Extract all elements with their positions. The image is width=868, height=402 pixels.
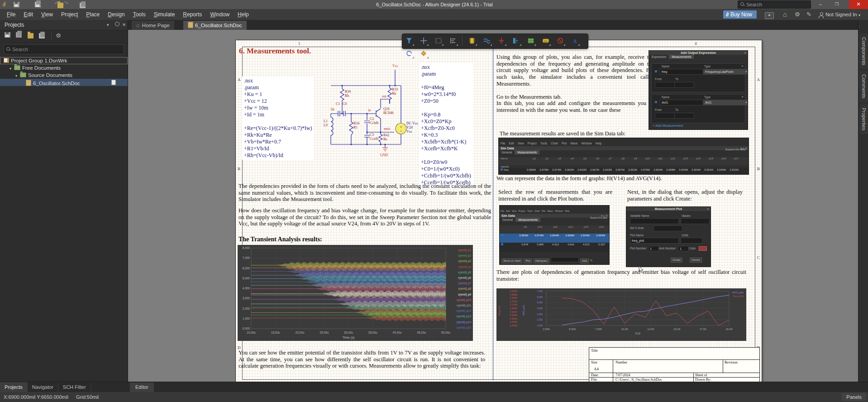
project-copy-icon[interactable] bbox=[16, 32, 22, 38]
global-search-input[interactable]: Search bbox=[738, 0, 811, 9]
expand-table-link[interactable]: Expand the table bbox=[590, 216, 607, 219]
panel-tab-navigator[interactable]: Navigator bbox=[28, 382, 58, 392]
feedback-icon[interactable]: + bbox=[765, 12, 774, 19]
close-button[interactable]: ✕ bbox=[849, 0, 868, 9]
avg-to-input[interactable] bbox=[674, 113, 694, 119]
redo-icon[interactable]: ↷ bbox=[63, 0, 68, 7]
freq-checkbox[interactable] bbox=[655, 70, 657, 72]
menu-view[interactable]: View bbox=[37, 9, 57, 20]
place-directive-icon[interactable]: D1 bbox=[540, 35, 552, 47]
menu-window[interactable]: Window bbox=[206, 9, 234, 20]
menu-project[interactable]: Project bbox=[526, 141, 539, 145]
move-tool-icon[interactable] bbox=[418, 35, 429, 47]
home-icon[interactable]: ⌂ bbox=[783, 10, 787, 19]
redline-pen-icon[interactable]: ✎ bbox=[806, 10, 811, 19]
avg-type-select[interactable]: AVG ▾ bbox=[703, 100, 748, 105]
button-histogram[interactable]: Histogram bbox=[534, 258, 549, 263]
menu-file[interactable]: File bbox=[3, 9, 19, 20]
button-plot[interactable]: Plot bbox=[524, 258, 532, 263]
filter-tool-icon[interactable] bbox=[403, 35, 415, 47]
menu-chart[interactable]: Chart bbox=[534, 209, 541, 213]
settings-gear-icon[interactable]: ⚙ bbox=[795, 10, 800, 19]
add-measurement-link[interactable]: + Add Measurement bbox=[653, 124, 683, 128]
panel-close-icon[interactable]: ✕ bbox=[122, 20, 126, 30]
freq-name-input[interactable]: freq bbox=[660, 69, 703, 75]
menu-tools[interactable]: Tools bbox=[526, 209, 534, 213]
panel-tab-projects[interactable]: Projects bbox=[0, 382, 28, 392]
menu-edit[interactable]: Edit bbox=[505, 209, 511, 213]
tab-properties[interactable]: Properties bbox=[859, 104, 868, 134]
sign-in-status[interactable]: Not Signed In ▾ bbox=[825, 9, 860, 21]
place-arc-icon[interactable] bbox=[403, 48, 415, 59]
tree-item-source-documents[interactable]: ▾Source Documents bbox=[0, 72, 128, 79]
open-project-icon[interactable] bbox=[80, 3, 86, 8]
place-part-icon[interactable] bbox=[466, 35, 478, 47]
avg-checkbox[interactable] bbox=[655, 101, 657, 103]
add-button[interactable]: Add bbox=[580, 258, 589, 263]
menu-wave[interactable]: Wave bbox=[568, 141, 579, 145]
place-harness-icon[interactable] bbox=[510, 35, 522, 47]
tree-item-project-group-1-dsnwrk[interactable]: Project Group 1.DsnWrk bbox=[0, 57, 128, 64]
tab-measurements[interactable]: Measurements bbox=[515, 218, 540, 222]
user-account-icon[interactable] bbox=[818, 12, 824, 18]
group-close-icon[interactable]: ✕ bbox=[741, 95, 744, 98]
menu-plot[interactable]: Plot bbox=[541, 209, 547, 213]
panel-pin-icon[interactable] bbox=[115, 22, 119, 26]
dependency-chart[interactable]: 2,5005,0007,50010,0012,5015,0017,5020,00… bbox=[496, 288, 746, 341]
place-wire-icon[interactable] bbox=[481, 35, 493, 47]
place-sheet-symbol-icon[interactable] bbox=[525, 35, 537, 47]
cancel-button[interactable]: Cancel bbox=[690, 258, 702, 263]
tree-item-6-oscillator-schdoc[interactable]: 6_Oscillator.SchDoc bbox=[0, 79, 128, 86]
variable-name-input[interactable] bbox=[630, 218, 679, 224]
menu-tools[interactable]: Tools bbox=[539, 141, 549, 145]
undo-icon[interactable]: ↶ bbox=[54, 0, 59, 7]
tree-item-free-documents[interactable]: ▾Free Documents bbox=[0, 64, 128, 72]
place-power-port-icon[interactable] bbox=[496, 35, 507, 47]
menu-plot[interactable]: Plot bbox=[560, 141, 568, 145]
button-show-on-chart[interactable]: Show on chart bbox=[501, 258, 522, 263]
place-parameter-icon[interactable] bbox=[418, 48, 429, 59]
menu-view[interactable]: View bbox=[516, 141, 526, 145]
freq-to-input[interactable] bbox=[674, 82, 694, 88]
menu-place[interactable]: Place bbox=[82, 9, 104, 20]
project-open-icon[interactable] bbox=[28, 33, 33, 38]
buy-now-button[interactable]: ∂Buy Now bbox=[723, 10, 757, 19]
panel-tab-sch-filter[interactable]: SCH Filter bbox=[58, 382, 91, 392]
row-checkbox[interactable] bbox=[501, 234, 503, 236]
tab-oscillator-schdoc[interactable]: 6_Oscillator.SchDoc bbox=[183, 21, 247, 30]
freq-row-selected[interactable]: 3,953M3,974M3,954M3,958M3,943M3,954M bbox=[500, 234, 609, 243]
menu-project[interactable]: Project bbox=[517, 209, 526, 213]
tab-home-page[interactable]: ⌂Home Page bbox=[132, 21, 174, 30]
edit-pencil-icon[interactable]: ✎ bbox=[590, 259, 593, 262]
menu-tools[interactable]: Tools bbox=[129, 9, 150, 20]
group-close-icon[interactable]: ✕ bbox=[741, 64, 744, 67]
dialog-close-icon[interactable]: ✕ bbox=[707, 207, 709, 211]
row-checkbox[interactable] bbox=[501, 243, 503, 245]
save-icon[interactable] bbox=[14, 2, 19, 7]
panel-dropdown-icon[interactable]: ▾ bbox=[107, 20, 109, 30]
restore-button[interactable]: ❐ bbox=[830, 0, 844, 8]
menu-help[interactable]: Help bbox=[594, 141, 603, 145]
menu-project[interactable]: Project bbox=[57, 9, 82, 20]
create-button[interactable]: Create bbox=[671, 258, 682, 263]
units-input[interactable] bbox=[681, 238, 702, 244]
menu-design[interactable]: Design bbox=[104, 9, 129, 20]
schematic-canvas[interactable]: 1 4 A B C D A B C D 6. Measurements tool… bbox=[128, 30, 858, 382]
tab-general[interactable]: General bbox=[499, 150, 515, 154]
freq-from-input[interactable] bbox=[655, 82, 675, 88]
menu-file[interactable]: File bbox=[500, 209, 505, 213]
place-no-erc-icon[interactable] bbox=[554, 35, 566, 47]
oscillator-schematic[interactable]: + − VccR39RhR33RkoutC1C0hhinQ16BC846C2Cc… bbox=[317, 61, 421, 159]
projects-search-input[interactable]: Search bbox=[4, 44, 124, 54]
tab-expression[interactable]: Expression bbox=[649, 55, 669, 59]
values-select[interactable] bbox=[681, 218, 710, 224]
menu-reports[interactable]: Reports bbox=[179, 9, 206, 20]
measurement-row-freq[interactable]: freq3,980M3,979M3,974M3,962M3,942M3,967M… bbox=[499, 168, 749, 175]
menu-chart[interactable]: Chart bbox=[549, 141, 560, 145]
set-x-axis-input[interactable] bbox=[653, 225, 682, 231]
avg-name-input[interactable]: AVG bbox=[660, 100, 703, 105]
selection-tool-icon[interactable] bbox=[433, 35, 444, 47]
expand-table-link[interactable]: Expand the table bbox=[725, 148, 746, 151]
menu-edit[interactable]: Edit bbox=[19, 9, 37, 20]
plot-name-input[interactable]: freq_plot bbox=[630, 238, 679, 244]
